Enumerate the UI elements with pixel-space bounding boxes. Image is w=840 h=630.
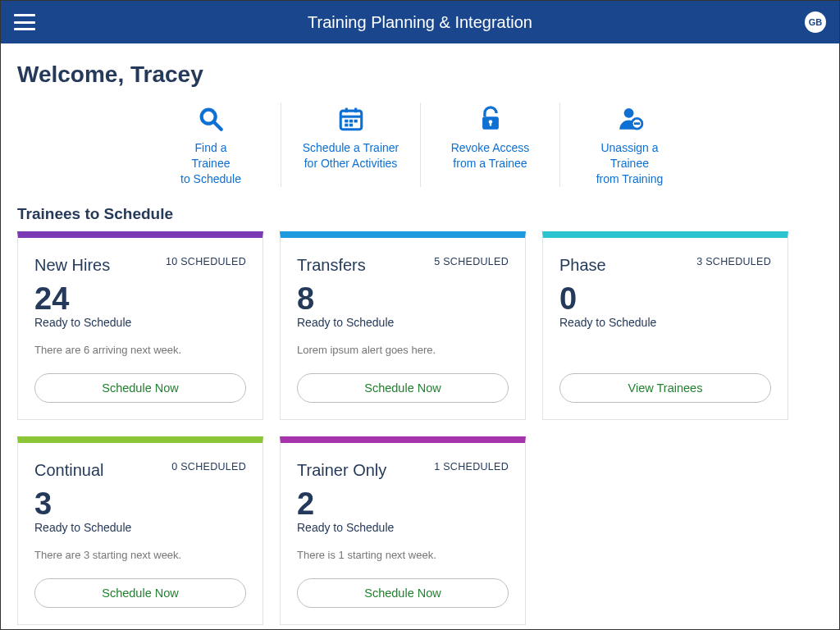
app-title: Training Planning & Integration [308, 13, 532, 32]
card-count: 24 [34, 283, 246, 314]
avatar[interactable]: GB [805, 11, 826, 33]
card-transfers: Transfers5 SCHEDULED8Ready to ScheduleLo… [280, 231, 526, 420]
card-count: 3 [34, 488, 246, 519]
card-count: 8 [297, 283, 509, 314]
card-title: Transfers [297, 256, 366, 275]
card-trainer-only: Trainer Only1 SCHEDULED2Ready to Schedul… [280, 436, 526, 625]
section-title: Trainees to Schedule [17, 205, 823, 223]
quick-link-lock[interactable]: Revoke Accessfrom a Trainee [420, 103, 559, 187]
page-title: Welcome, Tracey [17, 62, 823, 88]
card-ready: Ready to Schedule [297, 521, 509, 534]
card-button[interactable]: Schedule Now [34, 373, 246, 403]
lock-icon [437, 103, 543, 135]
card-continual: Continual0 SCHEDULED3Ready to ScheduleTh… [17, 436, 263, 625]
svg-rect-8 [354, 120, 357, 123]
card-button[interactable]: Schedule Now [297, 373, 509, 403]
card-phase: Phase3 SCHEDULED0Ready to ScheduleView T… [542, 231, 788, 420]
svg-rect-9 [345, 124, 348, 127]
card-alert: There are 3 starting next week. [34, 549, 246, 564]
quick-link-calendar[interactable]: Schedule a Trainerfor Other Activities [281, 103, 420, 187]
quick-link-user-minus[interactable]: Unassign aTraineefrom Training [559, 103, 699, 187]
card-scheduled: 5 SCHEDULED [434, 256, 509, 267]
card-new-hires: New Hires10 SCHEDULED24Ready to Schedule… [17, 231, 263, 420]
card-alert: Lorem ipsum alert goes here. [297, 344, 509, 358]
card-alert: There is 1 starting next week. [297, 549, 509, 564]
app-header: Training Planning & Integration GB [1, 1, 839, 43]
card-scheduled: 3 SCHEDULED [696, 256, 771, 267]
svg-rect-7 [349, 120, 352, 123]
user-minus-icon [577, 103, 682, 135]
quick-link-label: Schedule a Trainerfor Other Activities [298, 140, 404, 171]
cards-grid: New Hires10 SCHEDULED24Ready to Schedule… [17, 231, 823, 625]
content-scroll[interactable]: Welcome, Tracey Find aTraineeto Schedule… [1, 43, 839, 629]
card-count: 2 [297, 488, 509, 519]
svg-rect-6 [345, 120, 348, 123]
card-alert: There are 6 arriving next week. [34, 344, 246, 358]
svg-line-1 [214, 122, 221, 130]
svg-rect-13 [489, 122, 491, 126]
quick-link-search[interactable]: Find aTraineeto Schedule [141, 103, 281, 187]
card-title: New Hires [34, 256, 110, 275]
card-count: 0 [559, 283, 771, 314]
content: Welcome, Tracey Find aTraineeto Schedule… [1, 43, 839, 629]
card-button[interactable]: View Trainees [559, 373, 771, 403]
card-scheduled: 0 SCHEDULED [171, 461, 246, 472]
card-button[interactable]: Schedule Now [297, 578, 509, 608]
card-ready: Ready to Schedule [34, 521, 246, 534]
card-title: Phase [559, 256, 606, 275]
svg-rect-10 [349, 124, 352, 127]
search-icon [158, 103, 264, 135]
card-title: Trainer Only [297, 461, 386, 480]
card-scheduled: 10 SCHEDULED [166, 256, 246, 267]
menu-icon[interactable] [14, 14, 35, 30]
card-scheduled: 1 SCHEDULED [434, 461, 509, 472]
card-button[interactable]: Schedule Now [34, 578, 246, 608]
card-alert [559, 344, 771, 358]
calendar-icon [298, 103, 404, 135]
quick-link-label: Unassign aTraineefrom Training [577, 140, 682, 187]
quick-link-label: Find aTraineeto Schedule [158, 140, 264, 187]
quick-link-label: Revoke Accessfrom a Trainee [437, 140, 543, 171]
svg-point-14 [623, 108, 633, 118]
card-ready: Ready to Schedule [559, 316, 771, 329]
quick-links: Find aTraineeto ScheduleSchedule a Train… [17, 103, 823, 187]
card-ready: Ready to Schedule [34, 316, 246, 329]
card-ready: Ready to Schedule [297, 316, 509, 329]
card-title: Continual [34, 461, 104, 480]
